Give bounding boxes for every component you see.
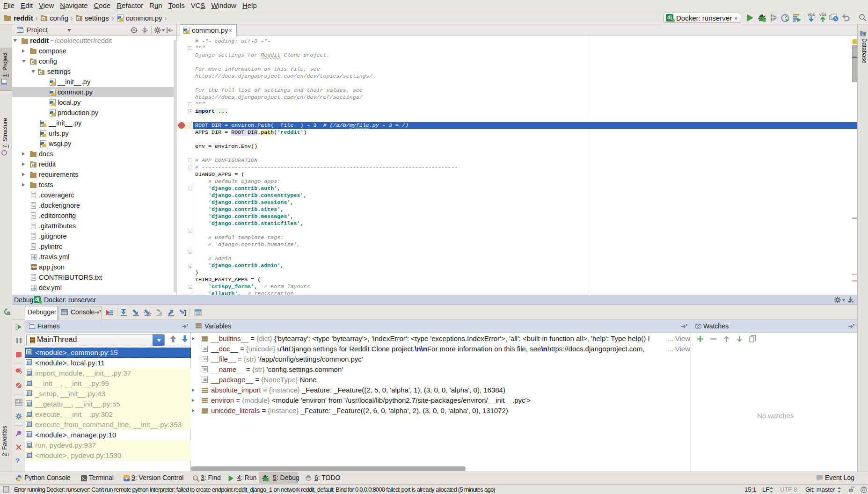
svg-text:VCS: VCS	[808, 13, 815, 17]
svg-text:VCS: VCS	[819, 13, 826, 17]
